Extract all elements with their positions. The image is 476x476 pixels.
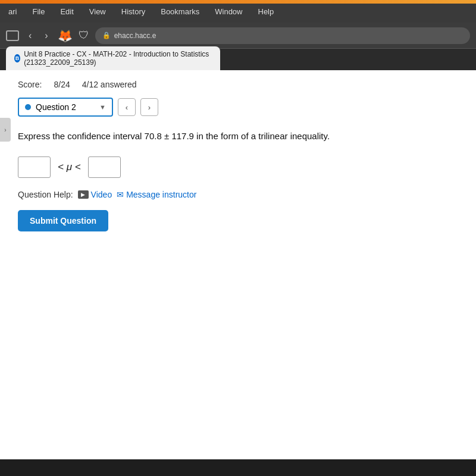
tab-bar: B Unit 8 Practice - CX - MATH-202 - Intr… xyxy=(0,49,476,70)
menu-item-view[interactable]: View xyxy=(87,5,108,18)
inequality-symbol: < μ < xyxy=(58,161,81,173)
page-content: › Score: 8/24 4/12 answered Question 2 ▼… xyxy=(0,70,476,459)
tabs-overview-icon[interactable] xyxy=(6,30,19,41)
question-dropdown[interactable]: Question 2 ▼ xyxy=(18,98,113,117)
score-answered: 4/12 answered xyxy=(82,80,137,89)
mail-icon: ✉ xyxy=(117,190,124,199)
menu-item-file[interactable]: File xyxy=(30,5,47,18)
score-bar: Score: 8/24 4/12 answered xyxy=(18,80,458,89)
menu-item-history[interactable]: History xyxy=(119,5,148,18)
question-dot xyxy=(25,104,31,110)
help-row: Question Help: ▶ Video ✉ Message instruc… xyxy=(18,190,458,199)
shield-icon: 🛡 xyxy=(79,29,89,42)
main-area: Score: 8/24 4/12 answered Question 2 ▼ ‹… xyxy=(0,70,476,243)
lock-icon: 🔒 xyxy=(102,32,111,39)
lower-bound-input[interactable] xyxy=(18,156,51,178)
help-label: Question Help: xyxy=(18,190,73,199)
orange-top-bar xyxy=(0,0,476,4)
address-bar[interactable]: 🔒 ehacc.hacc.e xyxy=(95,27,470,44)
menu-item-bookmarks[interactable]: Bookmarks xyxy=(158,5,202,18)
video-link[interactable]: ▶ Video xyxy=(78,190,112,199)
question-selector-row: Question 2 ▼ ‹ › xyxy=(18,98,458,117)
sidebar-toggle[interactable]: › xyxy=(0,118,11,142)
menu-item-help[interactable]: Help xyxy=(256,5,277,18)
browser-toolbar: ‹ › 🦊 🛡 🔒 ehacc.hacc.e xyxy=(0,23,476,49)
menu-item-window[interactable]: Window xyxy=(212,5,245,18)
url-text: ehacc.hacc.e xyxy=(114,32,156,40)
upper-bound-input[interactable] xyxy=(88,156,121,178)
dropdown-arrow-icon: ▼ xyxy=(99,104,106,111)
back-button[interactable]: ‹ xyxy=(25,28,35,43)
score-value: 8/24 xyxy=(54,80,70,89)
inequality-row: < μ < xyxy=(18,156,458,178)
question-dropdown-label: Question 2 xyxy=(36,102,76,112)
score-label: Score: xyxy=(18,80,42,89)
message-instructor-label: Message instructor xyxy=(126,190,196,199)
next-question-button[interactable]: › xyxy=(140,98,158,116)
active-tab[interactable]: B Unit 8 Practice - CX - MATH-202 - Intr… xyxy=(6,46,220,70)
question-text: Express the confidence interval 70.8 ± 1… xyxy=(18,130,458,143)
tab-favicon: B xyxy=(14,54,20,62)
video-icon: ▶ xyxy=(78,190,89,199)
video-label: Video xyxy=(91,190,112,199)
submit-question-button[interactable]: Submit Question xyxy=(18,210,108,231)
tab-title: Unit 8 Practice - CX - MATH-202 - Introd… xyxy=(24,50,212,67)
message-instructor-link[interactable]: ✉ Message instructor xyxy=(117,190,196,199)
firefox-icon: 🦊 xyxy=(58,29,73,43)
prev-question-button[interactable]: ‹ xyxy=(118,98,136,116)
menu-item-edit[interactable]: Edit xyxy=(58,5,76,18)
forward-button[interactable]: › xyxy=(41,28,51,43)
menu-item-ari[interactable]: ari xyxy=(6,5,19,18)
